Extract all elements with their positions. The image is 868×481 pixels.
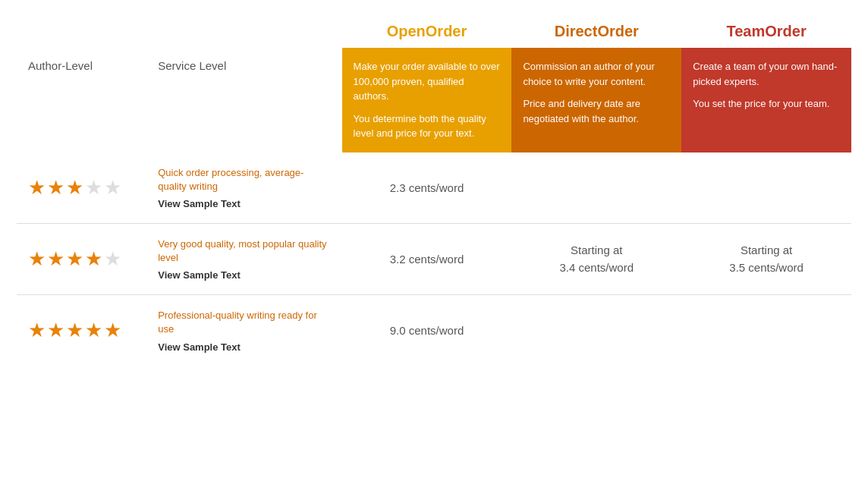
col-open-header: OpenOrder xyxy=(342,15,512,48)
view-sample-link[interactable]: View Sample Text xyxy=(158,341,330,353)
direct-desc-line1: Commission an author of your choice to w… xyxy=(523,59,670,89)
service-desc-cell: Professional-quality writing ready for u… xyxy=(146,295,341,366)
stars-cell: ★ ★ ★ ★ ★ xyxy=(17,152,146,224)
team-desc-line1: Create a team of your own hand-picked ex… xyxy=(693,59,840,89)
team-price-cell: Starting at3.5 cents/word xyxy=(681,223,851,294)
direct-price-cell xyxy=(511,152,681,224)
star-1: ★ xyxy=(28,319,46,342)
direct-desc-line2: Price and delivery date are negotiated w… xyxy=(523,96,670,126)
col-team-header-cell: TeamOrder xyxy=(681,15,851,48)
table-row: ★ ★ ★ ★ ★ Professional-quality writing r… xyxy=(17,295,851,366)
direct-price-cell xyxy=(511,295,681,366)
star-2: ★ xyxy=(47,247,64,271)
direct-price-cell: Starting at3.4 cents/word xyxy=(511,223,681,294)
table-row: ★ ★ ★ ★ ★ Quick order processing, averag… xyxy=(17,152,851,224)
col-service-header xyxy=(146,15,341,48)
star-4: ★ xyxy=(85,247,102,271)
open-price-cell: 2.3 cents/word xyxy=(342,152,512,224)
description-row: Author-Level Service Level Make your ord… xyxy=(17,48,851,152)
star-2: ★ xyxy=(47,176,64,200)
table-row: ★ ★ ★ ★ ★ Very good quality, most popula… xyxy=(17,223,851,294)
star-rating: ★ ★ ★ ★ ★ xyxy=(28,319,135,342)
col-direct-header-cell: DirectOrder xyxy=(511,15,681,48)
stars-cell: ★ ★ ★ ★ ★ xyxy=(17,295,146,366)
open-desc-line2: You determine both the quality level and… xyxy=(354,112,501,141)
stars-cell: ★ ★ ★ ★ ★ xyxy=(17,223,146,294)
star-1: ★ xyxy=(28,247,46,271)
open-order-title: OpenOrder xyxy=(387,23,467,39)
author-level-label: Author-Level xyxy=(17,48,146,152)
service-desc-text: Professional-quality writing ready for u… xyxy=(158,309,330,336)
star-4: ★ xyxy=(85,319,102,342)
open-desc-line1: Make your order available to over 100,00… xyxy=(354,59,501,104)
star-4: ★ xyxy=(85,176,102,200)
view-sample-link[interactable]: View Sample Text xyxy=(158,269,330,281)
team-desc-line2: You set the price for your team. xyxy=(693,96,840,112)
comparison-table: OpenOrder DirectOrder TeamOrder Author-L… xyxy=(17,15,851,366)
star-3: ★ xyxy=(66,176,83,200)
star-2: ★ xyxy=(47,319,64,342)
star-5: ★ xyxy=(104,247,121,271)
team-price-cell xyxy=(681,295,851,366)
star-5: ★ xyxy=(104,176,121,200)
service-level-label: Service Level xyxy=(146,48,341,152)
comparison-container: OpenOrder DirectOrder TeamOrder Author-L… xyxy=(17,15,851,366)
star-rating: ★ ★ ★ ★ ★ xyxy=(28,176,135,200)
team-order-title: TeamOrder xyxy=(726,23,806,39)
star-3: ★ xyxy=(66,247,83,271)
service-desc-text: Quick order processing, average-quality … xyxy=(158,166,330,193)
view-sample-link[interactable]: View Sample Text xyxy=(158,198,330,209)
header-row: OpenOrder DirectOrder TeamOrder xyxy=(17,15,851,48)
direct-order-desc: Commission an author of your choice to w… xyxy=(511,48,681,152)
team-order-desc: Create a team of your own hand-picked ex… xyxy=(681,48,851,152)
service-desc-cell: Quick order processing, average-quality … xyxy=(146,152,341,224)
service-desc-cell: Very good quality, most popular quality … xyxy=(146,223,341,294)
direct-order-title: DirectOrder xyxy=(555,23,639,39)
star-rating: ★ ★ ★ ★ ★ xyxy=(28,247,135,271)
open-order-desc: Make your order available to over 100,00… xyxy=(342,48,512,152)
team-price-cell xyxy=(681,152,851,224)
open-price-cell: 3.2 cents/word xyxy=(342,223,512,294)
star-5: ★ xyxy=(104,319,121,342)
col-author-header xyxy=(17,15,146,48)
star-1: ★ xyxy=(28,176,46,200)
open-price-cell: 9.0 cents/word xyxy=(342,295,512,366)
service-desc-text: Very good quality, most popular quality … xyxy=(158,237,330,265)
star-3: ★ xyxy=(66,319,83,342)
